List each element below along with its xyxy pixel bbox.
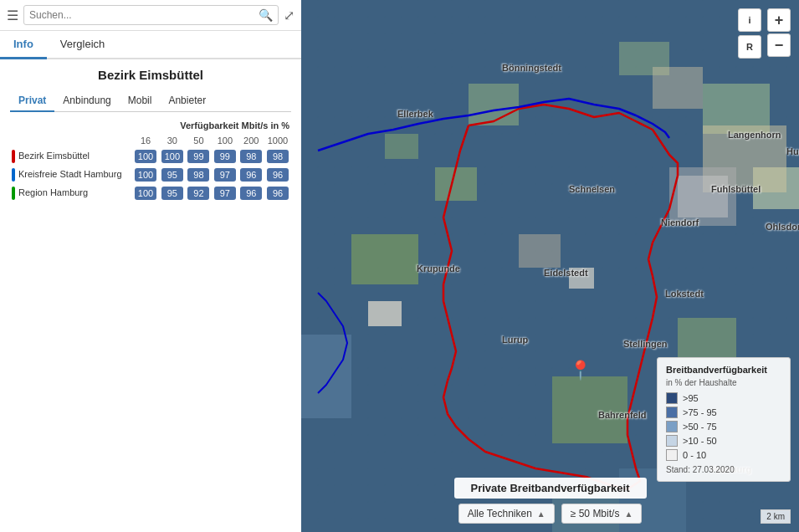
legend-item: >95 xyxy=(666,392,781,404)
panel-content: Bezirk Eimsbüttel Privat Anbindung Mobil… xyxy=(0,59,301,532)
legend-subtitle: in % der Haushalte xyxy=(666,378,781,387)
cell-1-1: 95 xyxy=(159,166,186,184)
row-indicator xyxy=(12,150,15,163)
district-title: Bezirk Eimsbüttel xyxy=(10,68,291,82)
location-pin: 📍 xyxy=(569,360,592,381)
data-table-wrap: Verfügbarkeit Mbit/s in % 16 30 50 100 2… xyxy=(10,120,291,202)
legend-item: >50 - 75 xyxy=(666,421,781,432)
svg-rect-10 xyxy=(385,134,418,159)
cell-badge: 99 xyxy=(187,150,209,163)
legend: Breitbandverfügbarkeit in % der Haushalt… xyxy=(657,357,791,482)
col-200: 200 xyxy=(238,134,264,147)
cell-badge: 98 xyxy=(267,150,289,163)
cell-1-5: 96 xyxy=(264,166,291,184)
data-table: 16 30 50 100 200 1000 Bezirk Eimsbüttel1… xyxy=(10,134,291,202)
zoom-out-button[interactable]: − xyxy=(767,33,791,57)
map-place-label: Lurup xyxy=(502,335,528,345)
main-tabs: Info Vergleich xyxy=(0,31,301,59)
zoom-in-button[interactable]: + xyxy=(767,8,791,32)
map-place-label: Niendorf xyxy=(661,217,699,228)
col-50: 50 xyxy=(186,134,212,147)
legend-color-box xyxy=(666,449,678,461)
map-place-label: Schnelsen xyxy=(569,184,615,194)
bottom-title: Private Breitbandverfügbarkeit xyxy=(453,478,646,499)
left-panel: ☰ 🔍 ⤢ Info Vergleich Bezirk Eimsbüttel P… xyxy=(0,0,301,532)
legend-item-label: 0 - 10 xyxy=(683,450,706,460)
reset-button[interactable]: R xyxy=(738,35,761,59)
svg-rect-4 xyxy=(435,167,477,201)
cell-0-2: 99 xyxy=(186,147,212,166)
subtab-mobil[interactable]: Mobil xyxy=(120,90,161,112)
cell-badge: 95 xyxy=(161,187,183,200)
cell-2-0: 100 xyxy=(132,184,159,202)
cell-0-1: 100 xyxy=(159,147,186,166)
svg-rect-7 xyxy=(469,84,519,125)
cell-0-5: 98 xyxy=(264,147,291,166)
cell-badge: 99 xyxy=(214,150,236,163)
cell-0-0: 100 xyxy=(132,147,159,166)
cell-badge: 96 xyxy=(240,168,262,182)
technique-select[interactable]: Alle Techniken ▲ xyxy=(458,504,555,524)
cell-1-0: 100 xyxy=(132,166,159,184)
row-label: Region Hamburg xyxy=(10,184,132,202)
table-row: Bezirk Eimsbüttel10010099999898 xyxy=(10,147,291,166)
technique-select-value: Alle Techniken xyxy=(468,508,532,519)
cell-badge: 100 xyxy=(135,150,156,163)
svg-rect-13 xyxy=(653,67,703,109)
col-30: 30 xyxy=(159,134,186,147)
legend-color-box xyxy=(666,407,678,418)
search-bar: ☰ 🔍 ⤢ xyxy=(0,0,301,31)
legend-item-label: >10 - 50 xyxy=(683,436,717,446)
cell-badge: 96 xyxy=(240,187,262,200)
subtab-privat[interactable]: Privat xyxy=(10,90,54,112)
map-place-label: Stellingen xyxy=(623,339,668,349)
table-row: Region Hamburg1009592979696 xyxy=(10,184,291,202)
table-header-label: Verfügbarkeit Mbit/s in % xyxy=(10,120,291,130)
bottom-selects: Alle Techniken ▲ ≥ 50 Mbit/s ▲ xyxy=(458,504,643,524)
map-place-label: Eidelstedt xyxy=(544,268,588,278)
search-input[interactable] xyxy=(29,9,259,21)
legend-item: >75 - 95 xyxy=(666,407,781,418)
legend-item-label: >95 xyxy=(683,393,699,403)
col-1000: 1000 xyxy=(264,134,291,147)
search-input-wrap: 🔍 xyxy=(23,5,279,25)
cell-0-3: 99 xyxy=(212,147,238,166)
map-place-label: Langenhorn xyxy=(728,130,781,140)
legend-color-box xyxy=(666,421,678,432)
subtab-anbindung[interactable]: Anbindung xyxy=(54,90,119,112)
legend-title: Breitbandverfügbarkeit xyxy=(666,365,781,375)
svg-rect-15 xyxy=(368,301,402,326)
cell-2-3: 97 xyxy=(212,184,238,202)
map-place-label: Fuhlsbüttel xyxy=(711,184,761,194)
map-place-label: Lokstedt xyxy=(665,289,704,299)
cell-badge: 92 xyxy=(187,187,209,200)
map-place-label: Ohlsdorf xyxy=(766,222,799,232)
subtab-anbieter[interactable]: Anbieter xyxy=(160,90,214,112)
speed-select-arrow: ▲ xyxy=(624,509,633,519)
scale-bar: 2 km xyxy=(761,509,791,524)
speed-select[interactable]: ≥ 50 Mbit/s ▲ xyxy=(561,504,643,524)
cell-badge: 96 xyxy=(267,168,289,182)
cell-badge: 95 xyxy=(161,168,183,182)
hamburger-icon[interactable]: ☰ xyxy=(7,8,18,23)
map-place-label: Ellerbek xyxy=(397,109,433,119)
cell-badge: 97 xyxy=(214,187,236,200)
map-area[interactable]: LangenhornHummelsbüttelSchnelsenNiendorf… xyxy=(301,0,799,532)
legend-color-box xyxy=(666,435,678,447)
svg-rect-14 xyxy=(519,234,561,268)
col-header-label xyxy=(10,134,132,147)
map-place-label: Hummelsbüttel xyxy=(786,146,799,156)
zoom-controls: + − xyxy=(767,8,791,57)
tab-vergleich[interactable]: Vergleich xyxy=(47,31,118,59)
cell-2-1: 95 xyxy=(159,184,186,202)
expand-icon[interactable]: ⤢ xyxy=(284,8,295,23)
search-icon-btn[interactable]: 🔍 xyxy=(259,8,273,22)
col-100: 100 xyxy=(212,134,238,147)
svg-rect-6 xyxy=(678,318,736,360)
info-button[interactable]: i xyxy=(738,8,761,32)
cell-2-5: 96 xyxy=(264,184,291,202)
row-indicator xyxy=(12,187,15,200)
bottom-bar: Private Breitbandverfügbarkeit Alle Tech… xyxy=(453,478,646,524)
tab-info[interactable]: Info xyxy=(0,31,47,59)
legend-item: >10 - 50 xyxy=(666,435,781,447)
